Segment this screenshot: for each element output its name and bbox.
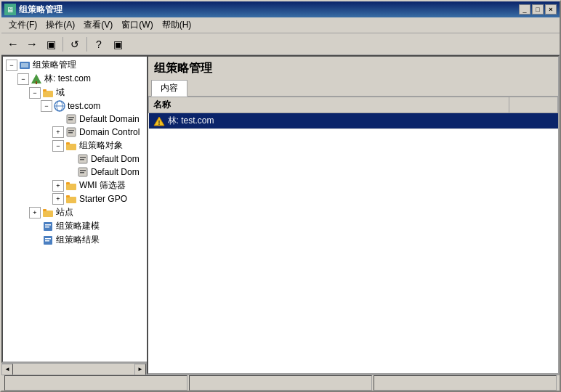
svg-rect-26: [66, 197, 76, 203]
left-scrollbar[interactable]: ◄ ►: [1, 363, 146, 375]
icon-wmifilter: [65, 180, 77, 192]
menu-window[interactable]: 窗口(W): [117, 17, 157, 33]
row-label: 林: test.com: [168, 115, 214, 127]
icon-defaultdom2: [77, 166, 89, 178]
expander-root[interactable]: −: [6, 60, 17, 71]
row-icon-container: ! 林: test.com: [153, 115, 505, 127]
expander-testcom[interactable]: −: [41, 100, 52, 112]
tree-node-policymodel[interactable]: 组策略建模: [4, 219, 145, 233]
tree-node-root[interactable]: − 组策略管理: [4, 58, 145, 72]
tab-content[interactable]: 内容: [151, 80, 187, 97]
label-defaultdomain: Default Domain: [79, 114, 140, 124]
tree-node-domains[interactable]: − 域: [4, 86, 145, 99]
svg-rect-23: [80, 172, 84, 173]
svg-rect-12: [68, 119, 73, 121]
tree-node-gpobjects[interactable]: − 组策略对象: [4, 139, 145, 152]
expander-policymodel: [29, 221, 41, 232]
expander-domains[interactable]: −: [29, 87, 41, 99]
up-button[interactable]: ▣: [42, 36, 60, 53]
app-icon: 🖥: [4, 4, 16, 15]
svg-rect-19: [80, 157, 86, 158]
svg-rect-34: [45, 238, 51, 240]
tree-node-defaultdom1[interactable]: Default Dom: [4, 152, 145, 166]
label-wmifilter: WMI 筛选器: [79, 179, 126, 192]
icon-gpobjects: [65, 140, 77, 152]
expander-domaincontrol[interactable]: +: [52, 126, 64, 138]
svg-rect-11: [68, 117, 74, 118]
help-button[interactable]: ?: [90, 36, 108, 53]
icon-testcom: [54, 100, 65, 112]
left-scroll-track[interactable]: [13, 364, 134, 375]
menu-action[interactable]: 操作(A): [41, 17, 79, 33]
tree-node-forest[interactable]: − 林: test.com: [4, 72, 145, 86]
icon-sites: [42, 207, 54, 219]
tree-node-domaincontrol[interactable]: + Domain Control: [4, 126, 145, 139]
status-bar: [1, 375, 560, 391]
tab-bar: 内容: [148, 79, 558, 97]
svg-rect-29: [43, 209, 47, 211]
menu-bar: 文件(F) 操作(A) 查看(V) 窗口(W) 帮助(H): [1, 17, 560, 33]
label-root: 组策略管理: [33, 59, 76, 71]
label-policymodel: 组策略建模: [56, 220, 100, 232]
svg-rect-14: [68, 130, 74, 131]
col-extra: [509, 97, 557, 113]
svg-text:!: !: [158, 119, 160, 126]
close-button[interactable]: ×: [545, 4, 557, 15]
toolbar-separator-2: [86, 37, 87, 52]
svg-rect-16: [66, 144, 76, 150]
status-section-3: [374, 375, 557, 391]
left-scroll-left[interactable]: ◄: [1, 364, 13, 375]
tree-node-defaultdom2[interactable]: Default Dom: [4, 166, 145, 179]
expander-defaultdom2: [64, 166, 76, 178]
svg-rect-17: [66, 142, 70, 144]
icon-domaincontrol: [65, 126, 77, 138]
label-startergpo: Starter GPO: [79, 194, 127, 204]
icon-startergpo: [65, 193, 77, 205]
menu-file[interactable]: 文件(F): [4, 17, 41, 33]
expander-gpobjects[interactable]: −: [52, 140, 64, 152]
extra-button[interactable]: ▣: [109, 36, 126, 53]
label-gpobjects: 组策略对象: [79, 139, 123, 152]
expander-startergpo[interactable]: +: [52, 193, 64, 205]
label-defaultdom2: Default Dom: [91, 167, 140, 177]
main-area: − 组策略管理 − 林: test.com −: [1, 55, 560, 375]
label-defaultdom1: Default Dom: [91, 154, 140, 164]
tree-node-sites[interactable]: + 站点: [4, 205, 145, 219]
label-domains: 域: [56, 86, 65, 99]
icon-policyresult: [42, 234, 54, 246]
content-table: 名称: [148, 97, 558, 129]
warning-icon: !: [153, 115, 165, 127]
expander-defaultdomain: [52, 113, 64, 125]
left-scroll-right[interactable]: ►: [134, 364, 146, 375]
label-testcom: test.com: [68, 101, 100, 111]
tree-node-startergpo[interactable]: + Starter GPO: [4, 192, 145, 205]
table-row[interactable]: ! 林: test.com: [149, 113, 558, 129]
tree-node-testcom[interactable]: − test.com: [4, 99, 145, 113]
tree-panel[interactable]: − 组策略管理 − 林: test.com −: [1, 55, 147, 363]
col-name: 名称: [149, 97, 509, 113]
content-area[interactable]: 名称: [148, 97, 558, 373]
svg-rect-3: [36, 81, 37, 84]
back-button[interactable]: ←: [4, 36, 22, 53]
label-domaincontrol: Domain Control: [79, 127, 140, 137]
tree-node-defaultdomain[interactable]: Default Domain: [4, 113, 145, 126]
minimize-button[interactable]: _: [519, 4, 530, 15]
menu-help[interactable]: 帮助(H): [158, 17, 196, 33]
refresh-button[interactable]: ↺: [66, 36, 84, 53]
window-title: 组策略管理: [19, 4, 62, 16]
svg-rect-15: [68, 132, 73, 134]
svg-rect-20: [80, 159, 84, 160]
expander-sites[interactable]: +: [29, 207, 41, 219]
forward-button[interactable]: →: [23, 36, 41, 53]
svg-rect-25: [66, 182, 70, 184]
restore-button[interactable]: □: [532, 4, 544, 15]
tree-node-wmifilter[interactable]: + WMI 筛选器: [4, 179, 145, 192]
expander-wmifilter[interactable]: +: [52, 180, 64, 192]
menu-view[interactable]: 查看(V): [79, 17, 117, 33]
toolbar-separator-1: [62, 37, 63, 52]
label-policyresult: 组策略结果: [56, 234, 100, 246]
icon-domains: [42, 87, 54, 99]
label-sites: 站点: [56, 206, 73, 219]
expander-forest[interactable]: −: [17, 73, 29, 85]
tree-node-policyresult[interactable]: 组策略结果: [4, 233, 145, 247]
